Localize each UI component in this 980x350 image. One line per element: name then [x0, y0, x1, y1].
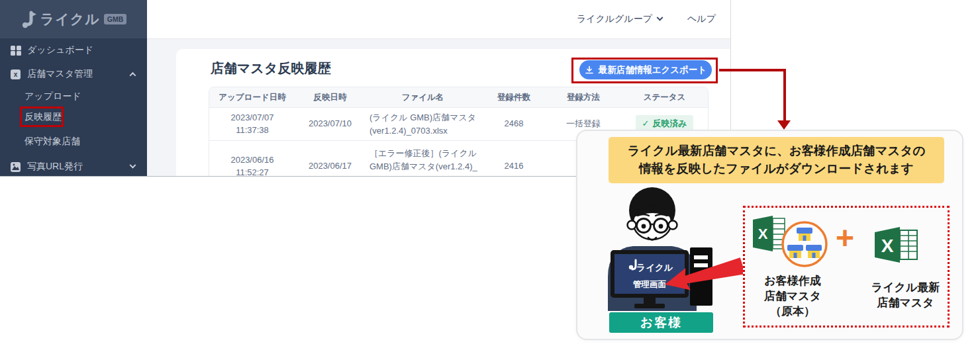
excel-x-letter: X	[758, 226, 768, 242]
sidebar-item-dashboard[interactable]: ダッシュボード	[0, 38, 147, 62]
excel-file-icon: x	[11, 69, 21, 79]
sidebar-item-label: 保守対象店舗	[24, 136, 80, 148]
sidebar-item-label: アップロード	[24, 91, 81, 103]
chevron-down-icon	[130, 161, 136, 168]
column-header: ファイル名	[365, 90, 481, 105]
store-icon	[787, 245, 803, 258]
page-title: 店舗マスタ反映履歴	[211, 60, 330, 77]
annotation-box-reflect-history	[20, 107, 64, 127]
help-link[interactable]: ヘルプ	[687, 13, 716, 25]
callout-note-line2: 情報を反映したファイルがダウンロードされます	[612, 160, 940, 178]
sidebar-item-store-master[interactable]: x 店舗マスタ管理	[0, 62, 147, 86]
customer-excel-stores-icon: X	[749, 210, 835, 271]
sidebar-item-label: 写真URL発行	[27, 161, 83, 173]
store-icon	[797, 228, 812, 241]
raikuru-excel-icon: X	[873, 224, 920, 266]
top-header: ライクルグループ ヘルプ	[147, 0, 730, 39]
sidebar-item-photo-url[interactable]: 写真URL発行	[0, 155, 147, 177]
store-icon	[806, 245, 822, 258]
dotted-highlight-box: X +	[743, 206, 950, 328]
photo-icon	[11, 162, 21, 172]
table-header-row: アップロード日時 反映日時 ファイル名 登録件数 登録方法 ステータス	[209, 87, 708, 107]
brand-badge: GMB	[104, 14, 127, 24]
raikuru-file-caption: ライクル最新 店舗マスタ	[864, 281, 947, 311]
plus-icon: +	[832, 222, 858, 254]
sidebar: ライクル GMB ダッシュボード x 店舗マスタ管理 アップロード 反映履歴	[0, 0, 147, 176]
column-header: ステータス	[620, 90, 709, 105]
column-header: 登録方法	[547, 90, 620, 105]
annotation-arrow-line	[783, 69, 786, 120]
column-header: アップロード日時	[209, 90, 295, 105]
brand-logo[interactable]: ライクル GMB	[0, 0, 147, 38]
callout-note: ライクル最新店舗マスタに、お客様作成店舗マスタの 情報を反映したファイルがダウン…	[609, 137, 944, 183]
customer-label: お客様	[609, 312, 713, 333]
sidebar-item-upload[interactable]: アップロード	[0, 86, 147, 107]
file-name-cell: ［エラー修正後］(ライクル GMB)店舗マスタ(ver1.2.4)_0615.x…	[365, 146, 481, 177]
sidebar-item-label: ダッシュボード	[27, 44, 93, 56]
excel-x-letter: X	[881, 236, 894, 256]
annotation-arrow-line	[719, 69, 785, 71]
monitor-brand-label: ライクル	[636, 263, 673, 273]
sidebar-item-label: 店舗マスタ管理	[27, 68, 93, 80]
customer-pc-illustration: ライクル 管理画面	[589, 184, 743, 311]
column-header: 反映日時	[295, 90, 365, 105]
upload-datetime-cell: 2023/06/16 11:52:27	[209, 153, 295, 177]
brand-name: ライクル	[40, 10, 100, 28]
annotation-box-export-button	[571, 58, 718, 83]
status-label: 反映済み	[652, 118, 687, 130]
reflect-date-cell: 2023/07/10	[295, 116, 365, 132]
upload-datetime-cell: 2023/07/07 11:37:38	[209, 110, 295, 138]
sidebar-item-maintenance-stores[interactable]: 保守対象店舗	[0, 131, 147, 152]
customer-file-caption: お客様作成 店舗マスタ （原本）	[746, 274, 839, 320]
screenshot-canvas: ライクル GMB ダッシュボード x 店舗マスタ管理 アップロード 反映履歴	[0, 0, 980, 350]
brand-mark-icon	[21, 11, 36, 28]
chevron-up-icon	[130, 71, 136, 78]
count-cell: 2468	[481, 116, 547, 132]
group-selector-label: ライクルグループ	[577, 13, 652, 25]
reflect-date-cell: 2023/06/17	[295, 159, 365, 174]
monitor-screen-label: 管理画面	[632, 280, 667, 289]
callout-card: ライクル最新店舗マスタに、お客様作成店舗マスタの 情報を反映したファイルがダウン…	[576, 130, 963, 340]
column-header: 登録件数	[481, 90, 547, 105]
callout-note-line1: ライクル最新店舗マスタに、お客様作成店舗マスタの	[612, 142, 940, 160]
dashboard-icon	[11, 46, 21, 56]
chevron-down-icon	[657, 14, 663, 21]
annotation-arrowhead-icon	[777, 120, 791, 130]
file-name-cell: (ライクル GMB)店舗マスタ(ver1.2.4)_0703.xlsx	[365, 110, 481, 138]
count-cell: 2416	[481, 159, 547, 174]
check-icon: ✓	[642, 118, 649, 130]
group-selector[interactable]: ライクルグループ	[577, 13, 662, 25]
